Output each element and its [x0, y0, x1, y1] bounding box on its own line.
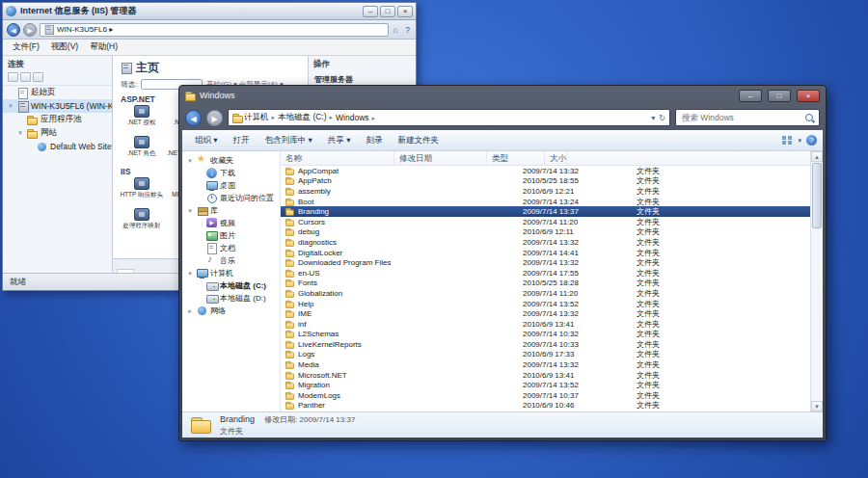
table-row[interactable]: LiveKernelReports 2009/7/14 10:33 文件夹 — [281, 339, 810, 350]
maximize-button[interactable]: □ — [380, 6, 395, 17]
table-row[interactable]: Boot 2009/7/14 13:24 文件夹 — [281, 197, 810, 207]
tree-item[interactable]: 应用程序池 — [3, 113, 112, 126]
back-button[interactable]: ◀ — [7, 23, 20, 37]
tree-item[interactable]: ▾ 网站 — [3, 126, 112, 140]
nav-item[interactable]: 最近访问的位置 — [182, 192, 280, 204]
table-row[interactable]: Cursors 2009/7/14 11:20 文件夹 — [281, 217, 810, 227]
toolbar-button[interactable]: 共享 ▾ — [321, 133, 358, 148]
feature-item[interactable]: HTTP 响应标头 — [119, 177, 165, 206]
scroll-up-icon[interactable]: ▲ — [811, 151, 823, 162]
search-box[interactable] — [675, 109, 820, 126]
help-icon[interactable]: ? — [806, 135, 817, 146]
table-row[interactable]: AppPatch 2010/5/25 18:55 文件夹 — [281, 176, 810, 187]
scroll-down-icon[interactable]: ▼ — [811, 401, 823, 412]
nav-item[interactable]: 桌面 — [182, 179, 280, 192]
nav-item[interactable]: 图片 — [182, 229, 280, 242]
connections-tool-icon[interactable] — [8, 72, 18, 82]
table-row[interactable]: Migration 2009/7/14 13:52 文件夹 — [281, 380, 810, 390]
expander-icon[interactable]: ▾ — [7, 102, 14, 110]
table-row[interactable]: Logs 2010/6/9 17:33 文件夹 — [281, 350, 810, 360]
column-header[interactable]: 类型 — [487, 151, 545, 165]
home-icon[interactable]: ⌂ — [392, 25, 400, 35]
table-row[interactable]: Branding 2009/7/14 13:37 文件夹 — [281, 206, 810, 217]
table-row[interactable]: Help 2009/7/14 13:52 文件夹 — [281, 299, 810, 309]
refresh-icon[interactable]: ↻ — [659, 114, 665, 122]
toolbar-button[interactable]: 打开 — [227, 133, 257, 148]
menu-item[interactable]: 帮助(H) — [84, 40, 123, 54]
nav-item[interactable]: ▸ 网络 — [182, 305, 280, 317]
tree-item[interactable]: Default Web Site — [3, 140, 112, 153]
search-icon[interactable] — [804, 113, 815, 123]
expander-icon[interactable]: ▾ — [186, 207, 194, 215]
nav-item-icon — [206, 230, 217, 241]
chevron-down-icon[interactable]: ▾ — [798, 137, 801, 145]
nav-item[interactable]: ▾ 计算机 — [182, 267, 280, 279]
nav-item[interactable]: 本地磁盘 (C:) — [182, 279, 280, 292]
expander-icon[interactable]: ▾ — [16, 129, 24, 137]
table-row[interactable]: Downloaded Program Files 2009/7/14 13:32… — [281, 257, 810, 268]
tree-item[interactable]: 起始页 — [3, 86, 112, 99]
column-header[interactable]: 修改日期 — [394, 151, 487, 165]
table-row[interactable]: diagnostics 2009/7/14 13:32 文件夹 — [281, 237, 810, 248]
expander-icon[interactable]: ▾ — [186, 157, 194, 165]
connections-tool-icon[interactable] — [20, 72, 31, 82]
change-view-icon[interactable] — [782, 135, 793, 146]
table-row[interactable]: Panther 2010/6/9 10:46 文件夹 — [281, 401, 810, 412]
nav-item[interactable]: 下载 — [182, 167, 280, 179]
table-row[interactable]: Microsoft.NET 2010/6/9 13:41 文件夹 — [281, 370, 810, 381]
column-header[interactable]: 大小 — [545, 151, 567, 165]
nav-item[interactable]: 文档 — [182, 242, 280, 254]
nav-item[interactable]: 本地磁盘 (D:) — [182, 292, 280, 305]
table-row[interactable]: Globalization 2009/7/14 11:20 文件夹 — [281, 288, 810, 299]
breadcrumb-segment[interactable]: 计算机 — [244, 112, 278, 123]
explorer-titlebar[interactable]: Windows – □ × — [179, 86, 826, 105]
breadcrumb-segment[interactable]: 本地磁盘 (C:) — [278, 112, 336, 123]
nav-item[interactable]: ▾ 收藏夹 — [182, 154, 280, 167]
table-row[interactable]: AppCompat 2009/7/14 13:32 文件夹 — [281, 166, 810, 176]
chevron-down-icon[interactable]: ▾ — [651, 114, 655, 122]
feature-item[interactable]: .NET 角色 — [119, 136, 165, 165]
toolbar-button[interactable]: 组织 ▾ — [188, 133, 225, 148]
table-row[interactable]: L2Schemas 2009/7/14 10:32 文件夹 — [281, 330, 810, 340]
expander-icon[interactable]: ▸ — [186, 307, 194, 315]
scrollbar-thumb[interactable] — [812, 163, 822, 228]
table-row[interactable]: Fonts 2010/5/25 18:28 文件夹 — [281, 279, 810, 289]
table-row[interactable]: inf 2010/6/9 13:41 文件夹 — [281, 319, 810, 330]
iis-titlebar[interactable]: Internet 信息服务 (IIS) 管理器 – □ × — [3, 3, 416, 20]
forward-button[interactable]: ▶ — [206, 110, 223, 126]
table-row[interactable]: en-US 2009/7/14 17:55 文件夹 — [281, 268, 810, 279]
back-button[interactable]: ◀ — [185, 110, 202, 126]
tree-item[interactable]: ▾ WIN-K3U5FL6 (WIN-K3U5FL6\Ad... — [3, 99, 112, 113]
help-icon[interactable]: ? — [403, 25, 412, 35]
column-header[interactable]: 名称 — [281, 151, 394, 165]
nav-item[interactable]: 音乐 — [182, 254, 280, 267]
breadcrumb-segment[interactable]: Windows — [336, 113, 378, 122]
maximize-button[interactable]: □ — [768, 90, 791, 102]
table-row[interactable]: Media 2009/7/14 13:32 文件夹 — [281, 359, 810, 370]
nav-item[interactable]: 视频 — [182, 217, 280, 229]
menu-item[interactable]: 文件(F) — [7, 40, 45, 54]
close-button[interactable]: × — [797, 90, 820, 102]
nav-item[interactable]: ▾ 库 — [182, 204, 280, 217]
forward-button[interactable]: ▶ — [23, 23, 37, 37]
feature-item[interactable]: 处理程序映射 — [119, 208, 165, 237]
minimize-button[interactable]: – — [739, 90, 762, 102]
iis-address-box[interactable]: WIN-K3U5FL6 ▸ — [40, 23, 389, 37]
close-button[interactable]: × — [397, 6, 413, 17]
toolbar-button[interactable]: 刻录 — [359, 133, 389, 148]
table-row[interactable]: debug 2010/6/9 12:11 文件夹 — [281, 227, 810, 238]
toolbar-button[interactable]: 包含到库中 ▾ — [258, 133, 319, 148]
table-row[interactable]: assembly 2010/6/9 12:21 文件夹 — [281, 186, 810, 197]
address-bar[interactable]: 计算机本地磁盘 (C:)Windows ▾ ↻ — [228, 109, 670, 126]
vertical-scrollbar[interactable]: ▲ ▼ — [810, 151, 823, 412]
table-row[interactable]: ModemLogs 2009/7/14 10:37 文件夹 — [281, 390, 810, 401]
menu-item[interactable]: 视图(V) — [45, 40, 84, 54]
table-row[interactable]: IME 2009/7/14 13:32 文件夹 — [281, 308, 810, 319]
table-row[interactable]: DigitalLocker 2009/7/14 14:41 文件夹 — [281, 248, 810, 258]
toolbar-button[interactable]: 新建文件夹 — [391, 133, 446, 148]
expander-icon[interactable]: ▾ — [186, 270, 194, 278]
search-input[interactable] — [680, 112, 801, 123]
feature-item[interactable]: .NET 授权 — [119, 105, 165, 134]
connections-tool-icon[interactable] — [33, 72, 43, 82]
minimize-button[interactable]: – — [363, 6, 378, 17]
